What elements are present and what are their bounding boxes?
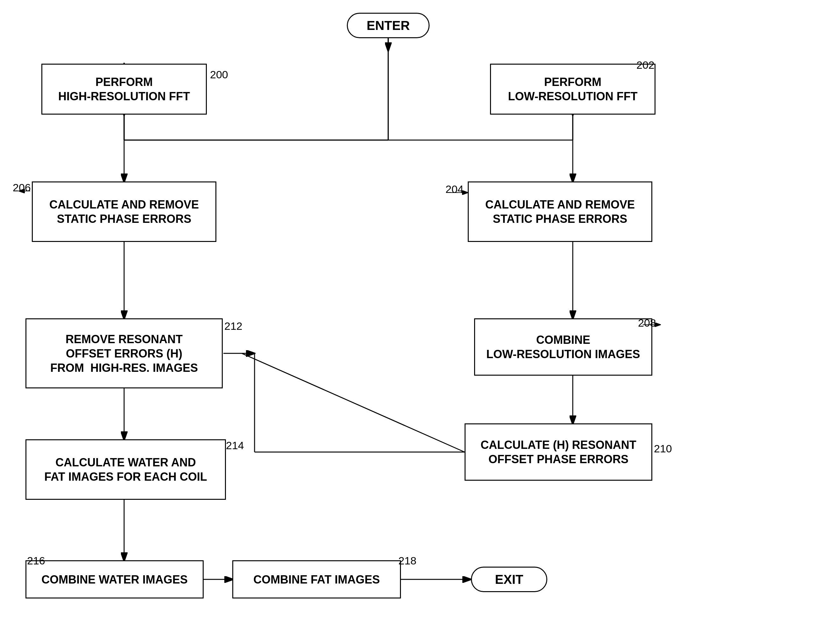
box-216: COMBINE WATER IMAGES [26, 560, 204, 598]
label-208: 208 [638, 317, 656, 329]
box-212: REMOVE RESONANTOFFSET ERRORS (H)FROM HIG… [26, 318, 223, 388]
box-216-label: COMBINE WATER IMAGES [41, 572, 187, 587]
box-206-label: CALCULATE AND REMOVESTATIC PHASE ERRORS [49, 197, 199, 226]
flowchart: ENTER PERFORMHIGH-RESOLUTION FFT 200 PER… [0, 0, 813, 644]
box-208: COMBINELOW-RESOLUTION IMAGES [474, 318, 652, 376]
enter-label: ENTER [367, 17, 410, 34]
exit-node: EXIT [471, 567, 547, 592]
box-208-label: COMBINELOW-RESOLUTION IMAGES [486, 333, 640, 361]
label-212: 212 [224, 320, 242, 332]
box-202: PERFORMLOW-RESOLUTION FFT [490, 64, 655, 115]
box-210-label: CALCULATE (H) RESONANTOFFSET PHASE ERROR… [481, 438, 636, 466]
label-218: 218 [398, 555, 416, 567]
label-216: 216 [27, 555, 45, 567]
box-218-label: COMBINE FAT IMAGES [253, 572, 380, 587]
label-210: 210 [654, 443, 672, 455]
box-210: CALCULATE (H) RESONANTOFFSET PHASE ERROR… [465, 423, 652, 481]
box-206: CALCULATE AND REMOVESTATIC PHASE ERRORS [32, 181, 216, 242]
svg-line-18 [242, 353, 465, 452]
box-214: CALCULATE WATER ANDFAT IMAGES FOR EACH C… [26, 439, 226, 500]
label-214: 214 [226, 439, 244, 452]
box-204-label: CALCULATE AND REMOVESTATIC PHASE ERRORS [485, 197, 635, 226]
box-218: COMBINE FAT IMAGES [232, 560, 401, 598]
box-200: PERFORMHIGH-RESOLUTION FFT [41, 64, 207, 115]
box-212-label: REMOVE RESONANTOFFSET ERRORS (H)FROM HIG… [50, 332, 198, 375]
box-200-label: PERFORMHIGH-RESOLUTION FFT [58, 75, 190, 103]
box-202-label: PERFORMLOW-RESOLUTION FFT [508, 75, 637, 103]
box-214-label: CALCULATE WATER ANDFAT IMAGES FOR EACH C… [44, 455, 207, 484]
exit-label: EXIT [495, 572, 524, 587]
label-206: 206 [13, 181, 31, 194]
enter-node: ENTER [347, 13, 430, 38]
label-202: 202 [636, 59, 655, 71]
label-204: 204 [446, 183, 464, 195]
box-204: CALCULATE AND REMOVESTATIC PHASE ERRORS [468, 181, 652, 242]
label-200: 200 [210, 69, 228, 81]
